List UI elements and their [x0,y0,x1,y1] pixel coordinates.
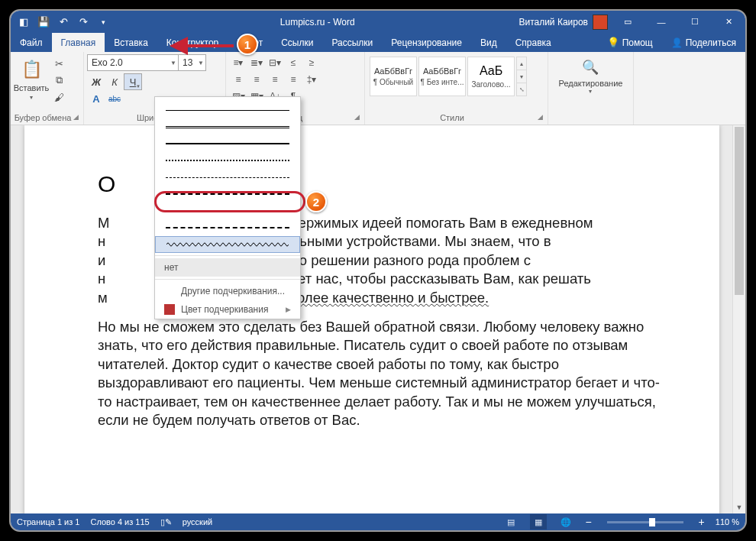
status-language[interactable]: русский [183,517,212,526]
tab-mailings[interactable]: Рассылки [322,33,382,52]
zoom-slider[interactable] [607,521,683,523]
chevron-down-icon: ▼ [136,84,141,89]
underline-button[interactable]: Ч▼ [124,73,142,90]
search-icon: 🔍 [582,59,599,76]
align-right-button[interactable]: ≡ [266,71,284,88]
paste-button[interactable]: 📋 Вставить ▾ [14,54,49,112]
tellme-label: Помощ [622,37,653,48]
undo-icon[interactable]: ↶ [53,12,73,32]
inc-indent-button[interactable]: ≥ [302,54,321,71]
tab-references[interactable]: Ссылки [272,33,322,52]
minimize-button[interactable]: — [645,11,678,33]
bold-button[interactable]: Ж [87,73,105,90]
cut-icon[interactable]: ✂ [50,56,67,71]
tab-help[interactable]: Справка [506,33,561,52]
read-mode-icon[interactable]: ▤ [502,514,519,530]
style-gallery-scroll[interactable]: ▴▾⤡ [516,57,527,96]
font-size-combo[interactable]: 13▼ [179,54,206,71]
italic-button[interactable]: К [105,73,124,90]
tab-review[interactable]: Рецензирование [382,33,471,52]
underline-color[interactable]: Цвет подчеркивания▶ [155,300,300,319]
share-label: Поделиться [686,37,736,48]
page[interactable]: О Мы – команда энтузиастов, одержимых ид… [24,125,719,513]
qat-more-icon[interactable]: ▾ [93,12,113,32]
tab-view[interactable]: Вид [471,33,506,52]
tab-file[interactable]: Файл [11,33,52,52]
chevron-down-icon: ▼ [168,60,176,66]
style-heading1[interactable]: АаБЗаголово... [467,57,515,96]
group-clipboard: 📋 Вставить ▾ ✂ ⧉ 🖌 Буфер обмена◢ [11,52,84,125]
callout-2: 2 [305,191,327,212]
web-layout-icon[interactable]: 🌐 [557,514,574,530]
numbering-button[interactable]: ≣▾ [247,54,266,71]
doc-paragraph-2: Но мы не сможем это сделать без Вашей об… [98,318,663,429]
underline-double[interactable] [155,118,300,135]
styles-launcher[interactable]: ◢ [536,113,544,121]
vertical-scrollbar[interactable]: ▲ ▼ [732,125,745,513]
chevron-down-icon: ▼ [195,60,204,66]
paragraph-launcher[interactable]: ◢ [353,113,361,121]
print-layout-icon[interactable]: ▦ [530,514,547,530]
underline-dotted[interactable] [155,152,300,169]
close-button[interactable]: ✕ [712,11,745,33]
paste-label: Вставить [14,83,50,92]
callout-1: 1 [237,34,258,55]
user-block[interactable]: Виталий Каиров [519,15,611,30]
underline-thick[interactable] [155,135,300,152]
quick-access-toolbar: ◧ 💾 ↶ ↷ ▾ [11,11,116,33]
clipboard-icon: 📋 [19,57,44,82]
zoom-out-button[interactable]: − [585,516,591,528]
align-left-button[interactable]: ≡ [229,71,247,88]
tab-insert[interactable]: Вставка [105,33,157,52]
ribbon-tabs: Файл Главная Вставка Конструктор Макет С… [11,33,745,52]
underline-single[interactable] [155,102,300,118]
proofing-icon[interactable]: ▯✎ [160,517,172,527]
dec-indent-button[interactable]: ≤ [284,54,302,71]
multilevel-button[interactable]: ⊟▾ [266,54,284,71]
ribbon-options-icon[interactable]: ▭ [611,11,645,33]
tab-home[interactable]: Главная [52,33,105,52]
copy-icon[interactable]: ⧉ [50,73,67,88]
font-size-value: 13 [183,57,192,68]
status-words[interactable]: Слово 4 из 115 [90,517,149,526]
tellme[interactable]: 💡Помощ [598,33,662,52]
find-button[interactable]: 🔍Редактирование▾ [559,59,623,95]
underline-dashed[interactable] [155,169,300,186]
line-spacing-button[interactable]: ‡▾ [302,71,321,88]
group-styles: АаБбВвГг¶ Обычный АаБбВвГг¶ Без инте... … [365,52,548,125]
underline-dot-dash[interactable] [155,202,300,219]
redo-icon[interactable]: ↷ [73,12,93,32]
align-center-button[interactable]: ≡ [247,71,266,88]
strike-button[interactable]: abc [105,90,124,107]
underline-wave[interactable] [155,236,300,253]
zoom-in-button[interactable]: + [699,516,705,528]
maximize-button[interactable]: ☐ [678,11,712,33]
font-name-combo[interactable]: Exo 2.0▼ [87,54,179,71]
title-bar: ◧ 💾 ↶ ↷ ▾ Lumpics.ru - Word Виталий Каир… [11,11,745,33]
underline-long-dash[interactable] [155,186,300,202]
share-button[interactable]: 👤Поделиться [662,33,745,52]
autosave-icon[interactable]: ◧ [14,12,34,32]
clipboard-launcher[interactable]: ◢ [72,113,80,121]
justify-button[interactable]: ≡ [284,71,302,88]
avatar [593,15,608,30]
text-effects-button[interactable]: A [87,90,105,107]
underline-dot-dot-dash[interactable] [155,219,300,236]
underline-none[interactable]: нет [155,258,300,277]
chevron-right-icon: ▶ [286,306,291,313]
annotation-arrow [180,38,241,57]
scroll-thumb[interactable] [735,127,744,295]
share-icon: 👤 [671,37,683,48]
format-painter-icon[interactable]: 🖌 [50,89,67,105]
group-editing: 🔍Редактирование▾ [548,52,634,125]
status-page[interactable]: Страница 1 из 1 [17,517,79,526]
scroll-down-icon[interactable]: ▼ [733,501,745,513]
zoom-handle[interactable] [649,518,655,526]
zoom-value[interactable]: 110 % [716,517,739,526]
style-nospacing[interactable]: АаБбВвГг¶ Без инте... [418,57,466,96]
underline-more[interactable]: Другие подчеркивания... [155,282,300,300]
bullets-button[interactable]: ≡▾ [229,54,247,71]
styles-label: Стили [440,113,464,122]
save-icon[interactable]: 💾 [34,12,53,32]
style-normal[interactable]: АаБбВвГг¶ Обычный [370,57,417,96]
